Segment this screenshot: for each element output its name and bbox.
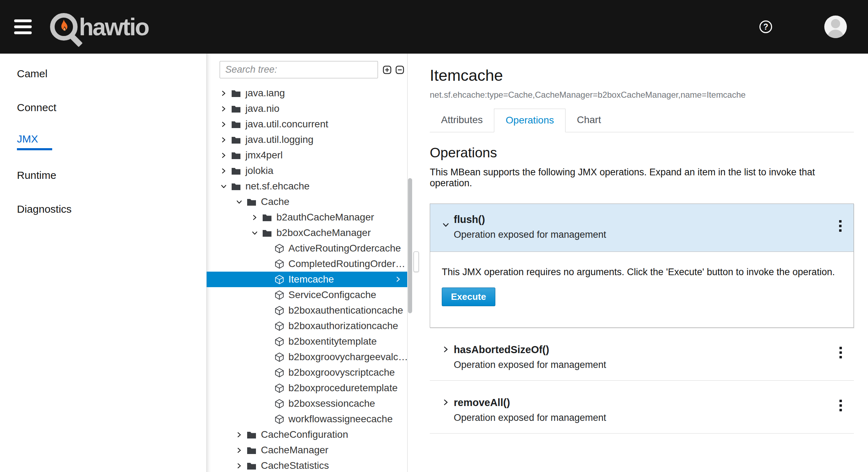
sidebar-item-label: Runtime xyxy=(17,169,206,181)
chevron-right-icon[interactable] xyxy=(442,346,449,353)
cube-icon xyxy=(275,290,284,300)
folder-icon xyxy=(231,90,241,97)
tree-node-label: b2boxauthorizationcache xyxy=(288,320,398,332)
tree-node-label: b2boxproceduretemplate xyxy=(288,382,398,394)
kebab-menu-icon[interactable] xyxy=(838,219,843,233)
chevron-right-icon[interactable] xyxy=(236,432,243,438)
cube-icon xyxy=(275,306,284,315)
splitter-drag-handle[interactable] xyxy=(414,252,419,272)
tree-toolbar xyxy=(220,61,407,78)
chevron-right-icon[interactable] xyxy=(236,447,243,453)
tree-folder-net-sf-ehcache[interactable]: net.sf.ehcache xyxy=(207,178,407,194)
tree-node-b2boxauthenticationcache[interactable]: b2boxauthenticationcache xyxy=(207,303,407,318)
collapse-all-button[interactable] xyxy=(396,66,404,74)
folder-icon xyxy=(247,462,256,470)
tree-folder-cachestatistics[interactable]: CacheStatistics xyxy=(207,458,407,472)
operations-heading: Operations xyxy=(430,145,854,161)
tree-node-label: ActiveRoutingOrdercache xyxy=(288,243,401,254)
chevron-down-icon[interactable] xyxy=(252,230,258,236)
folder-icon xyxy=(262,229,272,237)
tree-node-workflowassigneecache[interactable]: workflowassigneecache xyxy=(207,411,407,427)
search-tree-input[interactable] xyxy=(220,61,378,78)
tree-folder-cache[interactable]: Cache xyxy=(207,194,407,210)
tree-scrollbar-thumb[interactable] xyxy=(408,178,412,313)
cube-icon xyxy=(275,414,284,424)
tree-node-label: Cache xyxy=(261,196,289,207)
chevron-right-icon[interactable] xyxy=(221,106,227,112)
tree-node-b2boxsessioncache[interactable]: b2boxsessioncache xyxy=(207,396,407,411)
tree-folder-java-util-logging[interactable]: java.util.logging xyxy=(207,132,407,147)
sidebar-item-camel[interactable]: Camel xyxy=(0,57,206,91)
tree-folder-b2authcachemanager[interactable]: b2authCacheManager xyxy=(207,210,407,225)
tab-chart[interactable]: Chart xyxy=(566,109,612,132)
cube-icon xyxy=(275,368,284,377)
chevron-down-icon[interactable] xyxy=(236,199,243,205)
tree-node-completedroutingorder-[interactable]: CompletedRoutingOrder… xyxy=(207,256,407,272)
tree-node-label: CacheConfiguration xyxy=(261,429,348,440)
tree-folder-java-lang[interactable]: java.lang xyxy=(207,90,407,101)
chevron-right-icon[interactable] xyxy=(252,214,258,220)
tree-folder-jolokia[interactable]: jolokia xyxy=(207,163,407,178)
chevron-right-icon[interactable] xyxy=(221,137,227,143)
chevron-right-icon[interactable] xyxy=(221,90,227,96)
tree-node-b2boxentitytemplate[interactable]: b2boxentitytemplate xyxy=(207,334,407,349)
selected-row-chevron-right-icon[interactable] xyxy=(395,276,401,282)
chevron-right-icon[interactable] xyxy=(442,399,449,406)
operation-row-hasabortedsizeof[interactable]: hasAbortedSizeOf()Operation exposed for … xyxy=(430,328,854,381)
tree-node-label: b2boxauthenticationcache xyxy=(288,305,403,316)
tree-node-itemcache[interactable]: Itemcache xyxy=(207,272,407,287)
cube-icon xyxy=(275,399,284,409)
cube-icon xyxy=(275,244,284,253)
tree-node-b2boxproceduretemplate[interactable]: b2boxproceduretemplate xyxy=(207,380,407,396)
kebab-menu-icon[interactable] xyxy=(838,398,843,413)
tree-folder-java-nio[interactable]: java.nio xyxy=(207,101,407,116)
tree-folder-cacheconfiguration[interactable]: CacheConfiguration xyxy=(207,427,407,442)
sidebar-item-connect[interactable]: Connect xyxy=(0,91,206,125)
expand-all-button[interactable] xyxy=(383,66,391,74)
hamburger-menu-icon[interactable] xyxy=(14,19,32,34)
cube-icon xyxy=(275,321,284,331)
tree-node-b2boxauthorizationcache[interactable]: b2boxauthorizationcache xyxy=(207,318,407,334)
tree-folder-java-util-concurrent[interactable]: java.util.concurrent xyxy=(207,116,407,132)
chevron-right-icon[interactable] xyxy=(236,463,243,469)
tree-node-label: net.sf.ehcache xyxy=(245,181,310,192)
tree-node-serviceconfigcache[interactable]: ServiceConfigcache xyxy=(207,287,407,303)
tree-node-b2boxgroovyscriptcache[interactable]: b2boxgroovyscriptcache xyxy=(207,365,407,380)
operation-row-removeall[interactable]: removeAll()Operation exposed for managem… xyxy=(430,381,854,434)
folder-icon xyxy=(231,182,241,190)
sidebar-item-runtime[interactable]: Runtime xyxy=(0,158,206,192)
chevron-down-icon[interactable] xyxy=(221,183,227,189)
cube-icon xyxy=(275,259,284,269)
folder-icon xyxy=(231,136,241,144)
sidebar-item-jmx[interactable]: JMX xyxy=(0,125,206,158)
tree-list: java.langjava.niojava.util.concurrentjav… xyxy=(207,90,407,472)
sidebar-item-diagnostics[interactable]: Diagnostics xyxy=(0,192,206,226)
chevron-right-icon[interactable] xyxy=(221,152,227,158)
folder-icon xyxy=(247,446,256,454)
tree-node-activeroutingordercache[interactable]: ActiveRoutingOrdercache xyxy=(207,241,407,256)
user-avatar[interactable] xyxy=(824,16,847,38)
cube-icon xyxy=(275,352,284,362)
tree-node-label: Itemcache xyxy=(288,274,334,285)
tree-folder-jmx4perl[interactable]: jmx4perl xyxy=(207,147,407,163)
flame-icon xyxy=(58,19,70,34)
tree-node-label: b2authCacheManager xyxy=(276,212,374,223)
tab-operations[interactable]: Operations xyxy=(494,109,566,132)
tree-node-label: b2boxentitytemplate xyxy=(288,336,377,347)
execute-button[interactable]: Execute xyxy=(442,288,495,306)
operation-header-flush[interactable]: flush()Operation exposed for management xyxy=(430,204,854,252)
hawtio-logo[interactable]: hawtio xyxy=(50,13,148,41)
kebab-menu-icon[interactable] xyxy=(838,345,843,360)
tree-folder-cachemanager[interactable]: CacheManager xyxy=(207,442,407,458)
chevron-down-icon[interactable] xyxy=(442,222,449,228)
tab-attributes[interactable]: Attributes xyxy=(430,109,494,132)
tree-node-b2boxgroovychargeevalc-[interactable]: b2boxgroovychargeevalc… xyxy=(207,349,407,365)
chevron-right-icon[interactable] xyxy=(221,168,227,174)
operation-card-flush: flush()Operation exposed for managementT… xyxy=(430,204,854,328)
tree-folder-b2boxcachemanager[interactable]: b2boxCacheManager xyxy=(207,225,407,241)
chevron-right-icon[interactable] xyxy=(221,121,227,127)
tree-node-label: CacheManager xyxy=(261,444,328,456)
brand-text: hawtio xyxy=(79,15,148,39)
cube-icon xyxy=(275,383,284,393)
help-icon[interactable]: ? xyxy=(759,20,772,33)
